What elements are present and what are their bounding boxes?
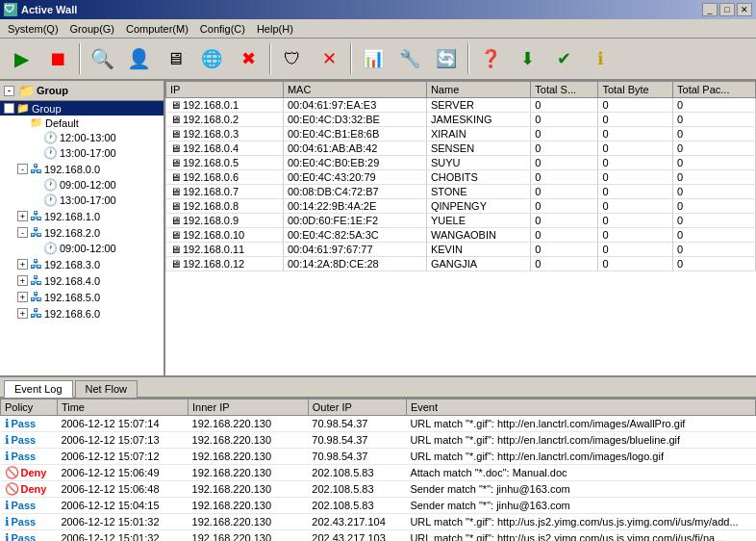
user-add-button[interactable]: 👤 [121, 41, 156, 76]
menu-system[interactable]: System(Q) [2, 21, 64, 37]
bottom-panel: Event Log Net Flow PolicyTimeInner IPOut… [0, 377, 756, 541]
table-cell: 0 [531, 199, 598, 214]
list-item[interactable]: ℹPass2006-12-12 15:01:32192.168.220.1302… [1, 514, 756, 530]
log-cell: 70.98.54.37 [308, 432, 406, 449]
policy-label: Pass [12, 434, 37, 446]
tree-item[interactable]: -🖧192.168.0.0 [0, 161, 164, 177]
tree-toggle[interactable]: - [17, 227, 28, 238]
tree-toggle[interactable]: + [17, 275, 28, 286]
tree-toggle[interactable]: + [17, 292, 28, 302]
computer-col-header: Total S... [531, 82, 598, 98]
tree-item[interactable]: 🕐09:00-12:00 [0, 241, 164, 256]
tree-item[interactable]: 🕐13:00-17:00 [0, 145, 164, 161]
list-item[interactable]: ℹPass2006-12-12 15:01:32192.168.220.1302… [1, 530, 756, 542]
table-cell: XIRAIN [426, 127, 530, 142]
shield-button[interactable]: 🛡 [275, 41, 310, 76]
tree-toggle[interactable]: + [17, 259, 28, 270]
log-cell: 2006-12-12 15:06:49 [57, 465, 188, 481]
deny-icon: 🚫 [5, 482, 19, 496]
table-row[interactable]: 🖥192.168.0.500:E0:4C:B0:EB:29SUYU000 [166, 156, 756, 170]
list-item[interactable]: ℹPass2006-12-12 15:07:14192.168.220.1307… [1, 416, 756, 432]
menu-config[interactable]: Config(C) [194, 21, 251, 37]
help-button[interactable]: ❓ [473, 41, 508, 76]
info-button[interactable]: ℹ [583, 41, 617, 76]
list-item[interactable]: 🚫Deny2006-12-12 15:06:49192.168.220.1302… [1, 465, 756, 481]
tree-item[interactable]: +🖧192.168.1.0 [0, 208, 164, 224]
find-button[interactable]: 🔍 [85, 41, 119, 76]
table-row[interactable]: 🖥192.168.0.800:14:22:9B:4A:2EQINPENGY000 [166, 199, 756, 214]
table-cell: 0 [531, 127, 598, 142]
tree-item[interactable]: +🖧192.168.3.0 [0, 256, 164, 272]
log-col-header: Policy [1, 399, 58, 416]
toolbar-separator-2 [269, 43, 271, 74]
tree-root-toggle[interactable]: - [4, 86, 14, 96]
log-cell: URL match "*.gif": http://us.js2.yimg.co… [406, 530, 755, 542]
table-row[interactable]: 🖥192.168.0.1000:E0:4C:82:5A:3CWANGAOBIN0… [166, 228, 756, 243]
tree-item-label: Group [32, 103, 62, 115]
toolbar-separator-4 [467, 43, 469, 74]
computer-table-panel: IPMACNameTotal S...Total ByteTotal Pac..… [165, 81, 756, 375]
tools-button[interactable]: 🔧 [392, 41, 427, 76]
main-area: - 📁 Group -📁Group📁Default🕐12:00-13:00🕐13… [0, 81, 756, 377]
toolbar-separator-1 [79, 43, 81, 74]
tab-net-flow[interactable]: Net Flow [75, 380, 138, 398]
check-button[interactable]: ✔ [546, 41, 581, 76]
table-row[interactable]: 🖥192.168.0.600:E0:4C:43:20:79CHOBITS000 [166, 170, 756, 185]
cross-button[interactable]: ✕ [312, 41, 346, 76]
menu-help[interactable]: Help(H) [251, 21, 299, 37]
play-button[interactable]: ▶ [4, 41, 38, 76]
stop-button[interactable]: ⏹ [40, 41, 75, 76]
minimize-button[interactable]: _ [702, 3, 718, 16]
table-row[interactable]: 🖥192.168.0.100:04:61:97:EA:E3SERVER000 [166, 98, 756, 113]
network-button[interactable]: 🌐 [194, 41, 229, 76]
list-item[interactable]: ℹPass2006-12-12 15:04:15192.168.220.1302… [1, 498, 756, 514]
tree-toggle[interactable]: + [17, 308, 28, 319]
table-row[interactable]: 🖥192.168.0.900:0D:60:FE:1E:F2YUELE000 [166, 214, 756, 228]
menu-group[interactable]: Group(G) [64, 21, 120, 37]
log-table-container: PolicyTimeInner IPOuter IPEvent ℹPass200… [0, 399, 756, 541]
computer-button[interactable]: 🖥 [158, 41, 192, 76]
tree-toggle[interactable]: - [4, 103, 14, 114]
tree-item[interactable]: 🕐09:00-12:00 [0, 177, 164, 193]
tree-item-icon: 📁 [30, 116, 43, 129]
table-row[interactable]: 🖥192.168.0.300:E0:4C:B1:E8:6BXIRAIN000 [166, 127, 756, 142]
tree-panel: - 📁 Group -📁Group📁Default🕐12:00-13:00🕐13… [0, 81, 165, 375]
computer-col-header: Total Pac... [673, 82, 756, 98]
title-bar-text: Active Wall [21, 4, 77, 15]
tree-item[interactable]: 🕐12:00-13:00 [0, 130, 164, 145]
log-policy-cell: ℹPass [1, 449, 58, 465]
table-row[interactable]: 🖥192.168.0.400:04:61:AB:AB:42SENSEN000 [166, 142, 756, 156]
table-cell: 00:E0:4C:B1:E8:6B [283, 127, 426, 142]
delete-button[interactable]: ✖ [231, 41, 265, 76]
chart-button[interactable]: 📊 [356, 41, 391, 76]
tree-item[interactable]: -📁Group [0, 101, 164, 116]
toolbar-separator-3 [350, 43, 352, 74]
tree-toggle[interactable]: + [17, 211, 28, 221]
table-row[interactable]: 🖥192.168.0.1100:04:61:97:67:77KEVIN000 [166, 243, 756, 257]
tree-item-label: 09:00-12:00 [60, 243, 116, 254]
table-cell: STONE [426, 185, 530, 199]
table-cell: QINPENGY [426, 199, 530, 214]
table-cell: 00:08:DB:C4:72:B7 [283, 185, 426, 199]
tab-event-log[interactable]: Event Log [4, 380, 73, 398]
tree-item[interactable]: 📁Default [0, 116, 164, 130]
table-row[interactable]: 🖥192.168.0.200:E0:4C:D3:32:BEJAMESKING00… [166, 113, 756, 127]
tree-item[interactable]: -🖧192.168.2.0 [0, 224, 164, 241]
table-row[interactable]: 🖥192.168.0.1200:14:2A:8D:CE:28GANGJIA000 [166, 257, 756, 271]
list-item[interactable]: 🚫Deny2006-12-12 15:06:48192.168.220.1302… [1, 481, 756, 498]
tree-item[interactable]: +🖧192.168.6.0 [0, 305, 164, 322]
close-button[interactable]: ✕ [737, 3, 752, 16]
tree-item[interactable]: +🖧192.168.5.0 [0, 289, 164, 305]
maximize-button[interactable]: □ [719, 3, 735, 16]
tree-item[interactable]: 🕐13:00-17:00 [0, 193, 164, 208]
refresh-button[interactable]: 🔄 [429, 41, 464, 76]
tree-item[interactable]: +🖧192.168.4.0 [0, 272, 164, 289]
table-row[interactable]: 🖥192.168.0.700:08:DB:C4:72:B7STONE000 [166, 185, 756, 199]
menu-computer[interactable]: Computer(M) [120, 21, 194, 37]
download-button[interactable]: ⬇ [510, 41, 544, 76]
list-item[interactable]: ℹPass2006-12-12 15:07:12192.168.220.1307… [1, 449, 756, 465]
table-cell: GANGJIA [426, 257, 530, 271]
list-item[interactable]: ℹPass2006-12-12 15:07:13192.168.220.1307… [1, 432, 756, 449]
table-cell: 🖥192.168.0.11 [166, 243, 284, 257]
tree-toggle[interactable]: - [17, 164, 28, 174]
